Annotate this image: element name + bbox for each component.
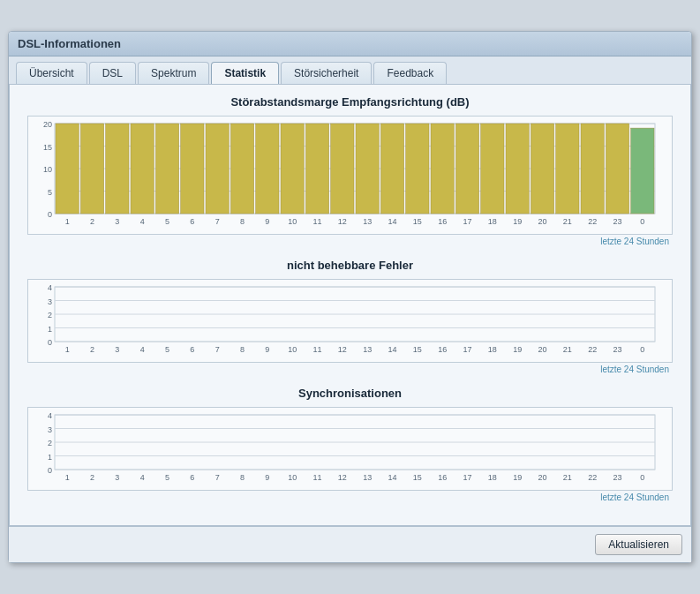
svg-text:3: 3 <box>115 217 119 226</box>
svg-text:12: 12 <box>338 345 347 354</box>
chart-note-2: letzte 24 Stunden <box>19 492 669 502</box>
svg-rect-13 <box>80 124 103 214</box>
tab-feedback[interactable]: Feedback <box>373 62 447 84</box>
svg-text:11: 11 <box>312 473 321 482</box>
svg-text:12: 12 <box>338 217 347 226</box>
svg-rect-57 <box>631 128 654 214</box>
svg-text:0: 0 <box>48 466 52 475</box>
svg-text:2: 2 <box>90 217 94 226</box>
svg-rect-35 <box>356 124 379 214</box>
svg-text:11: 11 <box>312 345 321 354</box>
svg-text:5: 5 <box>165 345 169 354</box>
svg-text:22: 22 <box>588 217 597 226</box>
svg-rect-51 <box>556 124 579 214</box>
content-area: Störabstandsmarge Empfangsrichtung (dB)2… <box>9 85 691 526</box>
svg-text:6: 6 <box>190 345 194 354</box>
svg-text:8: 8 <box>240 473 245 482</box>
svg-text:18: 18 <box>488 345 497 354</box>
svg-text:21: 21 <box>563 473 572 482</box>
svg-text:16: 16 <box>438 473 447 482</box>
svg-text:21: 21 <box>563 217 572 226</box>
svg-text:20: 20 <box>538 217 546 226</box>
svg-text:17: 17 <box>463 473 471 482</box>
svg-rect-49 <box>531 124 553 214</box>
svg-text:4: 4 <box>48 283 52 292</box>
tab-bar: ÜbersichtDSLSpektrumStatistikStörsicherh… <box>9 56 691 85</box>
svg-text:0: 0 <box>48 338 52 347</box>
svg-text:23: 23 <box>613 217 621 226</box>
svg-text:1: 1 <box>65 473 70 482</box>
svg-rect-31 <box>305 124 328 214</box>
svg-text:13: 13 <box>363 345 372 354</box>
svg-rect-45 <box>481 124 504 214</box>
chart-section-0: Störabstandsmarge Empfangsrichtung (dB)2… <box>19 95 681 246</box>
svg-text:4: 4 <box>140 345 145 354</box>
svg-text:4: 4 <box>140 217 145 226</box>
svg-text:20: 20 <box>538 345 546 354</box>
svg-text:19: 19 <box>513 473 522 482</box>
svg-text:7: 7 <box>215 473 220 482</box>
chart-container-1: 4321012345678910111213141516171819202122… <box>27 279 673 363</box>
chart-note-0: letzte 24 Stunden <box>19 237 669 246</box>
svg-text:4: 4 <box>48 411 52 420</box>
svg-text:21: 21 <box>563 345 572 354</box>
svg-rect-33 <box>331 124 354 214</box>
svg-text:15: 15 <box>413 217 422 226</box>
svg-text:20: 20 <box>538 473 546 482</box>
chart-section-1: nicht behebbare Fehler432101234567891011… <box>19 259 681 374</box>
chart-title-1: nicht behebbare Fehler <box>19 259 681 272</box>
chart-title-0: Störabstandsmarge Empfangsrichtung (dB) <box>19 95 681 109</box>
refresh-button[interactable]: Aktualisieren <box>595 534 682 555</box>
svg-text:17: 17 <box>463 345 471 354</box>
svg-text:3: 3 <box>48 425 52 434</box>
svg-text:14: 14 <box>388 345 396 354</box>
tab-spektrum[interactable]: Spektrum <box>138 62 209 84</box>
svg-rect-15 <box>106 124 129 214</box>
tab-bersicht[interactable]: Übersicht <box>16 62 87 84</box>
svg-text:23: 23 <box>613 345 621 354</box>
window-title: DSL-Informationen <box>9 32 691 56</box>
chart-container-0: 2015105012345678910111213141516171819202… <box>27 116 673 235</box>
svg-text:15: 15 <box>413 345 422 354</box>
tab-strsicherheit[interactable]: Störsicherheit <box>281 62 372 84</box>
svg-text:7: 7 <box>215 217 220 226</box>
svg-rect-29 <box>281 124 304 214</box>
svg-text:6: 6 <box>190 473 194 482</box>
svg-text:12: 12 <box>338 473 347 482</box>
svg-text:3: 3 <box>115 345 119 354</box>
svg-text:15: 15 <box>43 143 52 152</box>
main-window: DSL-Informationen ÜbersichtDSLSpektrumSt… <box>8 31 692 563</box>
svg-text:7: 7 <box>215 345 220 354</box>
tab-dsl[interactable]: DSL <box>89 62 136 84</box>
svg-text:10: 10 <box>288 345 297 354</box>
svg-text:14: 14 <box>388 217 396 226</box>
svg-rect-27 <box>256 124 279 214</box>
svg-text:0: 0 <box>640 217 644 226</box>
svg-text:0: 0 <box>48 210 52 219</box>
svg-text:3: 3 <box>48 297 52 306</box>
svg-text:9: 9 <box>265 345 269 354</box>
svg-text:9: 9 <box>265 473 269 482</box>
footer: Aktualisieren <box>9 526 691 562</box>
svg-text:23: 23 <box>613 473 621 482</box>
svg-text:22: 22 <box>588 345 597 354</box>
svg-text:1: 1 <box>65 217 70 226</box>
tab-statistik[interactable]: Statistik <box>211 62 279 84</box>
chart-section-2: Synchronisationen43210123456789101112131… <box>19 387 681 502</box>
svg-text:5: 5 <box>165 473 169 482</box>
svg-rect-53 <box>581 124 604 214</box>
svg-text:14: 14 <box>388 473 396 482</box>
chart-svg-1: 4321012345678910111213141516171819202122… <box>28 280 664 359</box>
svg-rect-21 <box>181 124 204 214</box>
svg-text:17: 17 <box>463 217 471 226</box>
svg-text:2: 2 <box>90 345 94 354</box>
svg-text:3: 3 <box>115 473 119 482</box>
svg-text:16: 16 <box>438 217 447 226</box>
svg-text:9: 9 <box>265 217 269 226</box>
svg-text:10: 10 <box>288 473 297 482</box>
svg-rect-25 <box>230 124 253 214</box>
svg-text:19: 19 <box>513 217 522 226</box>
svg-rect-19 <box>155 124 178 214</box>
svg-text:18: 18 <box>488 217 497 226</box>
chart-svg-0: 2015105012345678910111213141516171819202… <box>28 117 664 231</box>
